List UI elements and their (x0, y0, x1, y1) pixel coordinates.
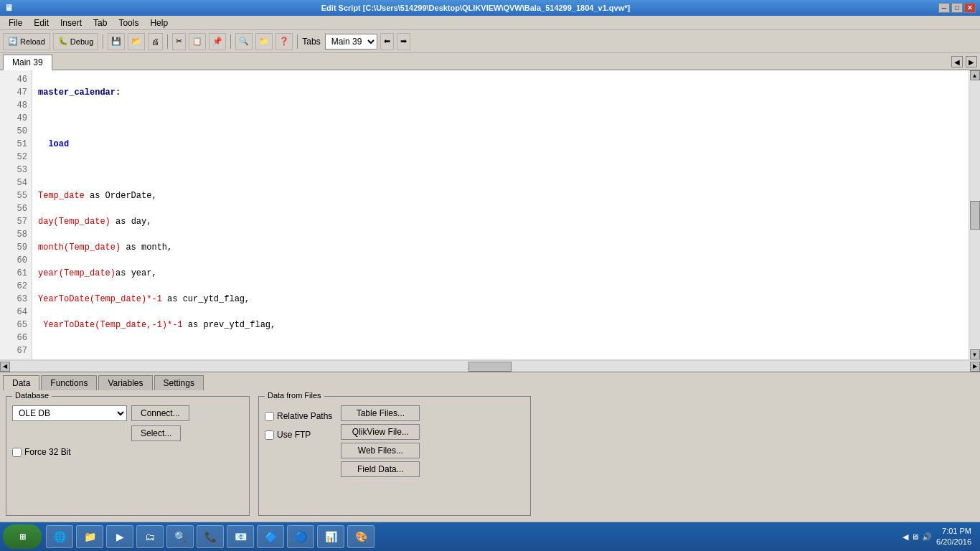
tab-next-button[interactable]: ▶ (966, 56, 977, 67)
scroll-down-button[interactable]: ▼ (970, 349, 980, 359)
taskbar-app7[interactable]: 🔷 (257, 525, 284, 548)
menu-help[interactable]: Help (144, 17, 174, 29)
reload-icon: 🔄 (8, 37, 18, 46)
taskbar-qlikview[interactable]: 📊 (317, 525, 344, 548)
menu-edit[interactable]: Edit (28, 17, 55, 29)
explorer-icon: 📁 (83, 529, 97, 544)
force32-checkbox[interactable] (12, 448, 22, 457)
code-line-54: YearToDate(Temp_date)*-1 as cur_ytd_flag… (38, 293, 963, 306)
tab-data[interactable]: Data (3, 375, 39, 390)
connect-button[interactable]: Connect... (131, 405, 189, 421)
qlikview-file-button[interactable]: QlikView File... (341, 424, 420, 440)
scroll-thumb[interactable] (970, 201, 980, 230)
tray-arrow[interactable]: ◀ (903, 532, 908, 542)
code-line-51: day(Temp_date) as day, (38, 215, 963, 228)
taskbar-skype[interactable]: 📞 (197, 525, 224, 548)
print-button[interactable]: 🖨 (148, 33, 163, 50)
media-icon: ▶ (113, 529, 127, 544)
taskbar-search[interactable]: 🔍 (166, 525, 194, 548)
browse-button[interactable]: 📁 (255, 33, 273, 50)
use-ftp-checkbox[interactable] (265, 430, 274, 440)
taskbar-explorer[interactable]: 📁 (76, 525, 103, 548)
search-button[interactable]: 🔍 (235, 33, 253, 50)
paint-icon: 🎨 (354, 529, 368, 544)
tab-functions[interactable]: Functions (41, 375, 97, 390)
copy-button[interactable]: 📋 (189, 33, 206, 50)
files-buttons: Table Files... QlikView File... Web File… (341, 405, 420, 477)
taskbar-files[interactable]: 🗂 (136, 525, 164, 548)
tray-network-icon: 🖥 (911, 532, 919, 541)
use-ftp-label: Use FTP (277, 430, 311, 440)
table-files-button[interactable]: Table Files... (341, 405, 420, 421)
select-button[interactable]: Select... (131, 425, 181, 441)
clock-date: 6/20/2016 (936, 537, 971, 547)
scroll-left-button[interactable]: ◀ (0, 362, 10, 372)
tab-prev-button[interactable]: ◀ (951, 56, 963, 67)
code-editor[interactable]: master_calendar: load Temp_date as Order… (32, 70, 969, 359)
cut-button[interactable]: ✂ (172, 33, 186, 50)
windows-icon: ⊞ (19, 532, 26, 542)
horizontal-scrollbar[interactable]: ◀ ▶ (0, 360, 980, 372)
tab-nav: ◀ ▶ (951, 56, 977, 70)
nav-button-2[interactable]: ➡ (397, 33, 410, 50)
help-button[interactable]: ❓ (275, 33, 293, 50)
taskbar-ie[interactable]: 🌐 (46, 525, 73, 548)
scroll-right-button[interactable]: ▶ (970, 362, 980, 372)
tab-main39[interactable]: Main 39 (3, 55, 52, 70)
files-icon: 🗂 (143, 529, 157, 544)
code-line-49 (38, 164, 963, 176)
hscroll-thumb[interactable] (468, 362, 512, 372)
separator-3 (230, 34, 231, 49)
tabs-select[interactable]: Main 39 (325, 34, 377, 50)
debug-button[interactable]: 🐛 Debug (53, 33, 98, 50)
taskbar-paint[interactable]: 🎨 (347, 525, 374, 548)
tab-settings[interactable]: Settings (154, 375, 204, 390)
vertical-scrollbar[interactable]: ▲ ▼ (969, 70, 980, 359)
app7-icon: 🔷 (263, 529, 278, 544)
tab-strip: Main 39 ◀ ▶ (0, 53, 980, 70)
menu-file[interactable]: File (3, 17, 28, 29)
taskbar-apps: 🌐 📁 ▶ 🗂 🔍 📞 📧 🔷 🔵 📊 🎨 (46, 525, 903, 548)
menu-insert[interactable]: Insert (55, 17, 88, 29)
database-section: Database OLE DB Connect... Select... For… (6, 396, 250, 516)
tab-variables[interactable]: Variables (98, 375, 152, 390)
code-line-55: YearToDate(Temp_date,-1)*-1 as prev_ytd_… (38, 319, 963, 331)
open-button[interactable]: 📂 (128, 33, 145, 50)
field-data-button[interactable]: Field Data... (341, 461, 420, 477)
start-button[interactable]: ⊞ (3, 524, 42, 549)
separator-4 (297, 34, 298, 49)
maximize-button[interactable]: □ (951, 3, 963, 13)
save-button[interactable]: 💾 (108, 33, 125, 50)
files-section: Data from Files Relative Paths Use FTP (258, 396, 531, 516)
ie-icon: 🌐 (52, 529, 67, 544)
close-button[interactable]: ✕ (964, 3, 976, 13)
nav-button-1[interactable]: ⬅ (380, 33, 394, 50)
taskbar: ⊞ 🌐 📁 ▶ 🗂 🔍 📞 📧 🔷 🔵 📊 (0, 522, 980, 551)
outlook-icon: 📧 (233, 529, 248, 544)
web-files-button[interactable]: Web Files... (341, 443, 420, 458)
window-controls: ─ □ ✕ (938, 3, 976, 13)
chrome-icon: 🔵 (293, 529, 308, 544)
paste-button[interactable]: 📌 (209, 33, 226, 50)
code-line-56 (38, 344, 963, 357)
relative-paths-row: Relative Paths (265, 411, 332, 421)
menu-bar: File Edit Insert Tab Tools Help (0, 16, 980, 30)
taskbar-chrome[interactable]: 🔵 (287, 525, 314, 548)
menu-tab[interactable]: Tab (88, 17, 113, 29)
taskbar-outlook[interactable]: 📧 (227, 525, 254, 548)
relative-paths-checkbox[interactable] (265, 412, 274, 421)
separator-2 (167, 34, 168, 49)
force32-row: Force 32 Bit (12, 447, 243, 457)
menu-tools[interactable]: Tools (113, 17, 144, 29)
taskbar-media[interactable]: ▶ (106, 525, 133, 548)
code-line-53: year(Temp_date)as year, (38, 267, 963, 280)
relative-paths-label: Relative Paths (277, 411, 332, 421)
database-select[interactable]: OLE DB (12, 405, 127, 421)
scroll-up-button[interactable]: ▲ (970, 70, 980, 80)
code-line-47 (38, 112, 963, 125)
tabs-dropdown: Tabs Main 39 (302, 34, 377, 50)
minimize-button[interactable]: ─ (938, 3, 950, 13)
reload-button[interactable]: 🔄 Reload (3, 33, 50, 50)
db-row: OLE DB Connect... (12, 405, 243, 421)
select-row: Select... (12, 425, 243, 441)
